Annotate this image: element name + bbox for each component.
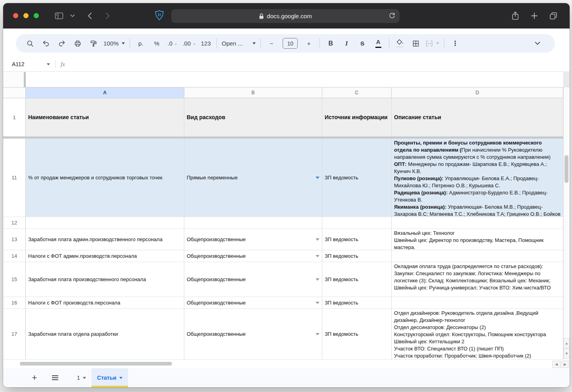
search-button[interactable] <box>22 37 38 50</box>
cell-B12[interactable] <box>184 217 322 229</box>
dropdown-arrow-icon[interactable] <box>316 302 319 304</box>
address-bar[interactable]: docs.google.com <box>171 9 400 23</box>
minimize-button[interactable] <box>23 13 29 18</box>
share-button[interactable] <box>510 11 520 21</box>
forward-button[interactable] <box>103 11 113 21</box>
column-header-B[interactable]: B <box>184 87 322 98</box>
cell-C17[interactable]: ЗП ведомость <box>322 309 392 360</box>
cell-C15[interactable]: ЗП ведомость <box>322 262 392 297</box>
cell-D14[interactable] <box>392 250 563 262</box>
cell-A17[interactable]: Заработная плата отдела разработки <box>26 309 184 360</box>
all-sheets-button[interactable] <box>49 372 61 384</box>
cell-C11[interactable]: ЗП ведомость <box>322 139 392 217</box>
new-tab-button[interactable] <box>529 11 539 21</box>
font-size-input[interactable]: 10 <box>283 38 298 49</box>
strikethrough-button[interactable]: S <box>354 37 370 50</box>
add-sheet-button[interactable]: + <box>29 372 40 384</box>
cell-A16[interactable]: Налоги с ФОТ производств.персонала <box>26 297 184 309</box>
row-header-14[interactable]: 14 <box>3 250 26 262</box>
dropdown-arrow-icon[interactable] <box>316 255 319 257</box>
cell-D17[interactable]: Отдел дизайнеров: Руководитель отдела ди… <box>392 309 563 360</box>
column-header-A[interactable]: A <box>26 87 184 98</box>
vertical-scrollbar-thumb[interactable] <box>564 155 568 183</box>
hide-menus-button[interactable] <box>530 37 545 50</box>
row-header-15[interactable]: 15 <box>3 262 26 297</box>
cell-B17[interactable]: Общепроизводственные <box>184 309 322 360</box>
scroll-left-button[interactable]: ◀ <box>552 361 561 368</box>
increase-font-size-button[interactable]: + <box>301 37 317 50</box>
select-all-corner[interactable] <box>3 87 26 98</box>
more-formats-button[interactable]: 123 <box>198 37 214 50</box>
borders-button[interactable] <box>408 37 424 50</box>
cell-B11[interactable]: Прямые переменные <box>184 139 322 217</box>
cell-D12[interactable] <box>392 217 563 229</box>
text-color-button[interactable]: A <box>370 37 386 50</box>
dropdown-arrow-icon[interactable] <box>316 333 319 335</box>
cell-D1[interactable]: Описание статьи <box>392 98 563 137</box>
scroll-up-button[interactable]: ▲ <box>564 338 570 348</box>
cell-B13[interactable]: Общепроизводственные <box>184 229 322 250</box>
vertical-scrollbar[interactable]: ▲ ▼ <box>563 72 570 368</box>
redo-button[interactable] <box>54 37 70 50</box>
sidebar-toggle-button[interactable] <box>54 11 64 21</box>
back-button[interactable] <box>84 11 95 21</box>
cell-A13[interactable]: Заработная плата админ.производственного… <box>26 229 184 250</box>
cell-C1[interactable]: Источник информации <box>322 98 392 137</box>
horizontal-scrollbar-thumb[interactable] <box>20 362 172 365</box>
increase-decimals-button[interactable]: .00→ <box>180 37 198 50</box>
sidebar-menu-button[interactable] <box>67 11 78 21</box>
row-header-12[interactable]: 12 <box>3 217 26 229</box>
cell-B16[interactable]: Общепроизводственные <box>184 297 322 309</box>
close-button[interactable] <box>13 13 18 18</box>
row-header-13[interactable]: 13 <box>3 229 26 250</box>
cell-D15[interactable]: Окладная оплата труда (распределяется по… <box>392 262 563 297</box>
bold-button[interactable]: B <box>323 37 339 50</box>
dropdown-arrow-icon[interactable] <box>316 177 319 179</box>
decrease-font-size-button[interactable]: − <box>264 37 279 50</box>
format-currency-button[interactable]: p. <box>133 37 149 50</box>
cell-B1[interactable]: Вид расходов <box>184 98 322 137</box>
row-header-17[interactable]: 17 <box>3 309 26 360</box>
cell-C14[interactable]: ЗП ведомость <box>322 250 392 262</box>
cell-A1[interactable]: Наименование статьи <box>26 98 184 137</box>
column-header-D[interactable]: D <box>392 87 563 98</box>
row-header-1[interactable]: 1 <box>3 98 26 137</box>
cell-A15[interactable]: Заработная плата производственного персо… <box>26 262 184 297</box>
italic-button[interactable]: I <box>339 37 354 50</box>
scroll-right-button[interactable]: ▶ <box>561 361 569 368</box>
merge-cells-button[interactable] <box>424 37 441 50</box>
decrease-decimals-button[interactable]: .0← <box>165 37 180 50</box>
row-header-11[interactable]: 11 <box>3 139 26 217</box>
cell-B14[interactable]: Общепроизводственные <box>184 250 322 262</box>
shield-extension-button[interactable] <box>154 10 165 20</box>
print-button[interactable] <box>70 37 86 50</box>
cell-D16[interactable] <box>392 297 563 309</box>
fx-icon[interactable]: fx <box>61 61 65 68</box>
cell-C13[interactable]: ЗП ведомость <box>322 229 392 250</box>
sheet-tab-1[interactable]: 1 <box>71 368 92 387</box>
format-percent-button[interactable]: % <box>149 37 165 50</box>
cell-A14[interactable]: Налоги с ФОТ админ.производств.персонала <box>26 250 184 262</box>
cell-A12[interactable] <box>26 217 184 229</box>
dropdown-arrow-icon[interactable] <box>316 238 319 241</box>
row-header-16[interactable]: 16 <box>3 297 26 309</box>
column-header-C[interactable]: C <box>322 87 392 98</box>
cell-A11[interactable]: % от продаж менеджеров и сотрудников тор… <box>26 139 184 217</box>
font-select[interactable]: Open ... <box>220 37 258 50</box>
name-box[interactable]: A112 <box>3 61 50 67</box>
cell-C12[interactable] <box>322 217 392 229</box>
undo-button[interactable] <box>38 37 54 50</box>
cell-C16[interactable]: ЗП ведомость <box>322 297 392 309</box>
cell-D13[interactable]: Вязальный цех: ТехнологШвейный цех: Дире… <box>392 229 563 250</box>
cell-B15[interactable]: Общепроизводственные <box>184 262 322 297</box>
more-options-button[interactable]: ⋮ <box>447 37 463 50</box>
cell-D11[interactable]: Проценты, премии и бонусы сотрудников ко… <box>392 139 563 217</box>
scroll-down-button[interactable]: ▼ <box>564 348 570 359</box>
zoom-select[interactable]: 100% <box>101 37 127 50</box>
fill-color-button[interactable] <box>392 37 408 50</box>
tab-overview-button[interactable] <box>548 11 559 21</box>
dropdown-arrow-icon[interactable] <box>316 278 319 281</box>
fullscreen-button[interactable] <box>34 13 39 18</box>
sheet-tab-stati[interactable]: Статьи <box>92 368 128 387</box>
reload-button[interactable] <box>388 12 396 19</box>
